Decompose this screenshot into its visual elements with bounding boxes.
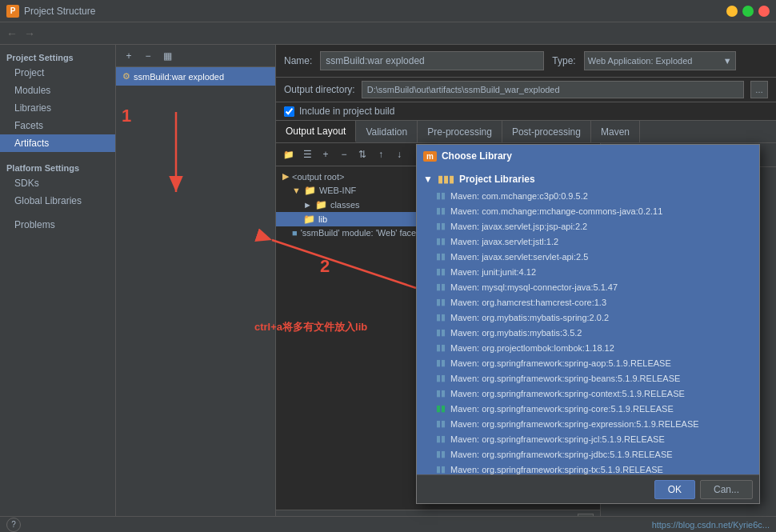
artifact-name: ssmBuild:war exploded	[134, 72, 224, 82]
classes-expand-icon: ►	[303, 200, 312, 210]
output-dir-input[interactable]	[362, 81, 744, 98]
lib-bar-icon-8: ▮▮	[436, 312, 446, 322]
tab-maven[interactable]: Maven	[591, 121, 640, 142]
lib-item-15[interactable]: ▮▮ Maven: org.springframework:spring-exp…	[417, 416, 759, 431]
lib-item-label-2: Maven: javax.servlet.jsp:jsp-api:2.2	[450, 222, 587, 231]
add-artifact-button[interactable]: +	[121, 48, 137, 64]
artifact-item[interactable]: ⚙ ssmBuild:war exploded	[116, 67, 275, 86]
lib-item-1[interactable]: ▮▮ Maven: com.mchange:mchange-commons-ja…	[417, 203, 759, 218]
lib-item-3[interactable]: ▮▮ Maven: javax.servlet:jstl:1.2	[417, 234, 759, 249]
minimize-button[interactable]	[726, 6, 738, 17]
tree-up-button[interactable]: ↑	[373, 146, 389, 162]
tree-folder-button[interactable]: 📁	[281, 146, 297, 162]
lib-item-2[interactable]: ▮▮ Maven: javax.servlet.jsp:jsp-api:2.2	[417, 218, 759, 234]
window-controls	[726, 6, 770, 17]
sidebar-item-facets[interactable]: Facets	[0, 117, 115, 134]
dialog-footer: OK Can...	[417, 474, 759, 503]
tab-output-layout[interactable]: Output Layout	[276, 121, 356, 142]
choose-library-dialog: m Choose Library ▼ ▮▮▮ Project Libraries…	[416, 144, 760, 504]
cancel-button[interactable]: Can...	[700, 480, 753, 499]
help-button[interactable]: ?	[6, 518, 21, 532]
include-checkbox[interactable]	[284, 106, 294, 117]
lib-item-label-6: Maven: mysql:mysql-connector-java:5.1.47	[450, 282, 618, 292]
lib-item-12[interactable]: ▮▮ Maven: org.springframework:spring-bea…	[417, 370, 759, 386]
name-label: Name:	[284, 55, 312, 66]
app-icon: P	[6, 5, 19, 18]
lib-bar-icon-11: ▮▮	[436, 358, 446, 368]
lib-item-13[interactable]: ▮▮ Maven: org.springframework:spring-con…	[417, 386, 759, 401]
sidebar-item-modules[interactable]: Modules	[0, 82, 115, 99]
platform-settings-title: Platform Settings	[0, 158, 115, 174]
lib-item-8[interactable]: ▮▮ Maven: org.mybatis:mybatis-spring:2.0…	[417, 310, 759, 325]
sidebar-item-problems[interactable]: Problems	[0, 216, 115, 234]
tree-reorder-button[interactable]: ⇅	[354, 146, 370, 162]
classes-label: classes	[330, 200, 360, 210]
lib-item-label-8: Maven: org.mybatis:mybatis-spring:2.0.2	[450, 313, 609, 322]
sidebar-item-global-libraries[interactable]: Global Libraries	[0, 192, 115, 210]
copy-artifact-button[interactable]: ▦	[159, 48, 175, 64]
browse-dir-button[interactable]: …	[750, 81, 768, 98]
lib-item-10[interactable]: ▮▮ Maven: org.projectlombok:lombok:1.18.…	[417, 340, 759, 355]
lib-item-11[interactable]: ▮▮ Maven: org.springframework:spring-aop…	[417, 355, 759, 370]
lib-item-label-16: Maven: org.springframework:spring-jcl:5.…	[450, 434, 665, 444]
type-select[interactable]: Web Application: Exploded ▼	[584, 51, 736, 70]
nav-bar: ← →	[0, 22, 776, 45]
lib-item-6[interactable]: ▮▮ Maven: mysql:mysql-connector-java:5.1…	[417, 279, 759, 294]
lib-item-label-14: Maven: org.springframework:spring-core:5…	[450, 404, 674, 414]
lib-item-9[interactable]: ▮▮ Maven: org.mybatis:mybatis:3.5.2	[417, 325, 759, 340]
sidebar-item-project[interactable]: Project	[0, 64, 115, 82]
maximize-button[interactable]	[742, 6, 754, 17]
status-url: https://blog.csdn.net/Kyrie6c...	[652, 520, 770, 530]
lib-item-label-15: Maven: org.springframework:spring-expres…	[450, 419, 699, 429]
lib-bar-icon-13: ▮▮	[436, 388, 446, 398]
tab-pre-processing[interactable]: Pre-processing	[418, 121, 502, 142]
webinf-label: WEB-INF	[319, 186, 356, 195]
ok-button[interactable]: OK	[654, 480, 695, 499]
tree-add-button[interactable]: +	[318, 146, 334, 162]
lib-item-label-1: Maven: com.mchange:mchange-commons-java:…	[450, 206, 662, 216]
output-dir-label: Output directory:	[284, 84, 355, 95]
lib-item-label-12: Maven: org.springframework:spring-beans:…	[450, 374, 680, 383]
app-icon-letter: P	[10, 6, 16, 15]
lib-item-14[interactable]: ▮▮ Maven: org.springframework:spring-cor…	[417, 401, 759, 416]
sidebar-item-libraries[interactable]: Libraries	[0, 99, 115, 117]
project-libraries-category[interactable]: ▼ ▮▮▮ Project Libraries	[417, 170, 759, 188]
lib-item-4[interactable]: ▮▮ Maven: javax.servlet:servlet-api:2.5	[417, 249, 759, 264]
lib-item-17[interactable]: ▮▮ Maven: org.springframework:spring-jdb…	[417, 446, 759, 462]
tree-remove-button[interactable]: −	[336, 146, 352, 162]
status-bar: ? https://blog.csdn.net/Kyrie6c...	[0, 516, 776, 532]
lib-item-7[interactable]: ▮▮ Maven: org.hamcrest:hamcrest-core:1.3	[417, 294, 759, 310]
lib-item-18[interactable]: ▮▮ Maven: org.springframework:spring-tx:…	[417, 462, 759, 474]
remove-artifact-button[interactable]: −	[140, 48, 156, 64]
tab-bar: Output Layout Validation Pre-processing …	[276, 121, 776, 143]
category-icon: ▮▮▮	[438, 174, 454, 185]
lib-item-label-0: Maven: com.mchange:c3p0:0.9.5.2	[450, 191, 588, 201]
type-dropdown-icon: ▼	[723, 56, 732, 66]
lib-folder-icon: 📁	[303, 214, 315, 225]
name-input[interactable]	[320, 51, 544, 70]
lib-bar-icon-14: ▮▮	[436, 403, 446, 414]
module-label: 'ssmBuild' module: 'Web' facet	[301, 228, 419, 238]
tab-validation[interactable]: Validation	[356, 121, 418, 142]
tree-down-button[interactable]: ↓	[391, 146, 407, 162]
back-button[interactable]: ←	[6, 27, 18, 40]
sidebar-item-sdks[interactable]: SDKs	[0, 174, 115, 192]
forward-button[interactable]: →	[24, 27, 35, 40]
lib-item-label-7: Maven: org.hamcrest:hamcrest-core:1.3	[450, 298, 606, 307]
close-button[interactable]	[758, 6, 770, 17]
webinf-expand-icon: ▼	[292, 186, 301, 195]
classes-folder-icon: 📁	[315, 199, 327, 210]
tab-post-processing[interactable]: Post-processing	[502, 121, 591, 142]
lib-bar-icon-7: ▮▮	[436, 297, 446, 307]
lib-item-0[interactable]: ▮▮ Maven: com.mchange:c3p0:0.9.5.2	[417, 188, 759, 203]
output-root-icon: ▶	[282, 171, 289, 182]
middle-panel: + − ▦ ⚙ ssmBuild:war exploded	[116, 45, 276, 532]
tree-menu-button[interactable]: ☰	[299, 146, 315, 162]
sidebar: Project Settings Project Modules Librari…	[0, 45, 116, 532]
artifact-header: Name: Type: Web Application: Exploded ▼	[276, 45, 776, 78]
lib-bar-icon-2: ▮▮	[436, 221, 446, 231]
lib-item-16[interactable]: ▮▮ Maven: org.springframework:spring-jcl…	[417, 431, 759, 446]
dialog-title-bar: m Choose Library	[417, 145, 759, 167]
lib-item-5[interactable]: ▮▮ Maven: junit:junit:4.12	[417, 264, 759, 279]
sidebar-item-artifacts[interactable]: Artifacts	[0, 134, 115, 152]
